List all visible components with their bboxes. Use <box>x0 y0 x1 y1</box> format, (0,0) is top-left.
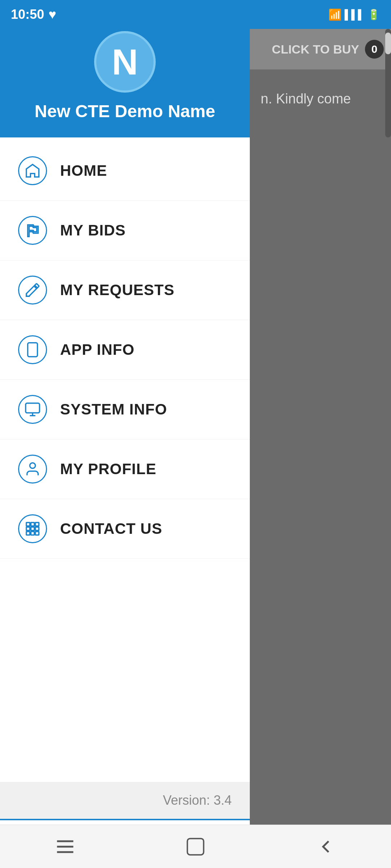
clock-time: 10:50 <box>11 7 44 22</box>
phone-grid-icon <box>24 520 41 537</box>
sidebar-item-app-info[interactable]: APP INFO <box>0 320 250 380</box>
scrollbar-thumb[interactable] <box>385 33 391 54</box>
svg-rect-10 <box>35 523 39 526</box>
bottom-nav-bar <box>0 825 391 868</box>
scrollbar-track[interactable] <box>385 29 391 137</box>
svg-rect-14 <box>26 532 30 535</box>
version-area: Version: 3.4 <box>0 782 250 819</box>
sidebar-item-label-appinfo: APP INFO <box>60 341 135 358</box>
sidebar-item-my-profile[interactable]: MY PROFILE <box>0 439 250 499</box>
svg-rect-16 <box>35 532 39 535</box>
avatar-letter: N <box>112 44 138 80</box>
buy-count-badge: 0 <box>365 40 384 59</box>
sidebar-item-label-home: HOME <box>60 162 107 179</box>
drawer-menu: HOME MY BIDS MY REQUESTS <box>0 137 250 782</box>
gavel-icon <box>24 222 41 239</box>
battery-icon: 🔋 <box>367 9 380 21</box>
svg-rect-13 <box>35 527 39 531</box>
home-icon-wrap <box>18 156 47 185</box>
svg-rect-4 <box>26 403 39 413</box>
svg-rect-12 <box>31 527 34 531</box>
sidebar-item-home[interactable]: HOME <box>0 141 250 201</box>
sidebar-item-label-contactus: CONTACT US <box>60 520 162 537</box>
systeminfo-icon-wrap <box>18 395 47 424</box>
sidebar-item-label-requests: MY REQUESTS <box>60 281 175 299</box>
navigation-drawer: N New CTE Demo Name HOME MY BIDS <box>0 0 250 868</box>
status-bar: 10:50 ♥ 📶 ▌▌▌ 🔋 <box>0 0 391 29</box>
status-icons-area: 📶 ▌▌▌ 🔋 <box>328 8 380 21</box>
profile-icon-wrap <box>18 455 47 484</box>
avatar: N <box>94 31 156 93</box>
click-to-buy-label: CLICK TO BUY <box>272 42 359 56</box>
heart-icon: ♥ <box>49 7 56 22</box>
click-to-buy-bar[interactable]: CLICK TO BUY 0 <box>250 29 391 69</box>
appinfo-icon-wrap <box>18 335 47 364</box>
user-name: New CTE Demo Name <box>35 101 215 121</box>
sidebar-item-label-bids: MY BIDS <box>60 222 126 239</box>
monitor-icon <box>24 401 41 418</box>
svg-point-7 <box>30 463 35 468</box>
smartphone-icon <box>24 341 41 358</box>
sidebar-item-system-info[interactable]: SYSTEM INFO <box>0 380 250 439</box>
user-icon <box>24 461 41 477</box>
right-body-text: n. Kindly come <box>261 91 351 106</box>
sidebar-item-contact-us[interactable]: CONTACT US <box>0 499 250 559</box>
bids-icon-wrap <box>18 216 47 245</box>
sidebar-item-label-profile: MY PROFILE <box>60 460 156 478</box>
right-panel-partial: 🔍 CLICK TO BUY 0 n. Kindly come <box>250 0 391 825</box>
home-icon <box>24 162 41 179</box>
version-text: Version: 3.4 <box>163 793 232 808</box>
svg-rect-9 <box>31 523 34 526</box>
svg-rect-21 <box>188 838 204 855</box>
sidebar-item-my-requests[interactable]: MY REQUESTS <box>0 260 250 320</box>
requests-icon-wrap <box>18 276 47 305</box>
sidebar-item-label-systeminfo: SYSTEM INFO <box>60 401 167 418</box>
edit-icon <box>24 282 41 298</box>
sidebar-item-my-bids[interactable]: MY BIDS <box>0 201 250 260</box>
svg-rect-8 <box>26 523 30 526</box>
svg-rect-11 <box>26 527 30 531</box>
nav-menu-button[interactable] <box>47 832 83 861</box>
signal-icon: ▌▌▌ <box>345 9 365 20</box>
contactus-icon-wrap <box>18 514 47 543</box>
nav-home-button[interactable] <box>177 832 214 861</box>
wifi-icon: 📶 <box>328 8 342 21</box>
status-time-area: 10:50 ♥ <box>11 7 56 22</box>
svg-rect-15 <box>31 532 34 535</box>
right-body-content: n. Kindly come <box>250 69 391 128</box>
nav-back-button[interactable] <box>308 832 344 861</box>
